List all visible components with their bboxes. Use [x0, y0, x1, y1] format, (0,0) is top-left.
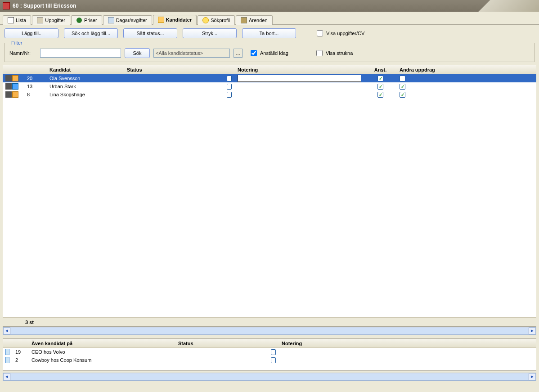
bottom-hscroll[interactable]: ◄ ►: [3, 373, 536, 381]
tab-label: Kandidater: [166, 17, 192, 23]
set-status-button[interactable]: Sätt status...: [123, 28, 177, 38]
case-icon: [241, 17, 247, 23]
person-icon: [12, 83, 18, 90]
row-checkbox[interactable]: [271, 349, 276, 355]
tab-label: Uppgifter: [45, 18, 65, 23]
col-icons[interactable]: [3, 65, 24, 74]
cell-name: Ola Svensson: [47, 74, 124, 82]
toolbar: Lägg till.. Sök och lägg till... Sätt st…: [0, 25, 539, 40]
document-icon: [5, 349, 9, 355]
col-nr[interactable]: [24, 65, 47, 74]
bcol-name[interactable]: Även kandidat på: [29, 339, 175, 347]
bcol-nr[interactable]: [13, 339, 29, 347]
bottom-grid-body[interactable]: 19CEO hos Volvo2Cowboy hos Coop Konsum: [3, 348, 536, 370]
grid-header: Kandidat Status Notering Anst. Andra upp…: [3, 65, 536, 74]
show-cv-checkbox[interactable]: Visa uppgifter/CV: [315, 29, 364, 38]
row-checkbox[interactable]: [227, 76, 232, 81]
cell-notering[interactable]: [235, 90, 364, 99]
cell-notering: [279, 356, 414, 364]
name-input[interactable]: [40, 49, 121, 58]
row-checkbox[interactable]: [227, 92, 232, 98]
cell-nr: 2: [13, 356, 29, 364]
andra-checkbox[interactable]: [400, 84, 405, 90]
table-row[interactable]: 8Lina Skogshage: [3, 90, 536, 99]
table-row[interactable]: 19CEO hos Volvo: [3, 348, 536, 356]
search-button[interactable]: Sök: [125, 48, 150, 58]
table-row[interactable]: 2Cowboy hos Coop Konsum: [3, 356, 536, 364]
filter-legend: Filter: [9, 40, 24, 45]
employed-today-input[interactable]: [251, 50, 257, 56]
calendar-icon: [108, 17, 114, 23]
status-filter-display[interactable]: <Alla kandidatstatus>: [153, 49, 230, 58]
tasks-icon: [37, 17, 43, 23]
document-icon: [5, 357, 9, 363]
cell-name: Lina Skogshage: [47, 90, 124, 99]
name-label: Namn/Nr:: [9, 50, 36, 56]
col-status[interactable]: Status: [124, 65, 224, 74]
cell-notering[interactable]: [235, 74, 364, 82]
tab-uppgifter[interactable]: Uppgifter: [32, 15, 70, 25]
search-add-button[interactable]: Sök och lägg till...: [64, 28, 118, 38]
employed-today-checkbox[interactable]: Anställd idag: [249, 49, 288, 58]
show-cv-input[interactable]: [317, 30, 323, 36]
col-anst[interactable]: Anst.: [364, 65, 397, 74]
andra-checkbox[interactable]: [400, 76, 405, 81]
scroll-left-icon[interactable]: ◄: [3, 373, 10, 380]
bulb-icon: [202, 17, 209, 23]
tab-lista[interactable]: Lista: [3, 15, 31, 25]
status-filter-browse[interactable]: ...: [234, 49, 243, 58]
tab-dagar[interactable]: Dagar/avgifter: [103, 15, 152, 25]
show-struck-checkbox[interactable]: Visa strukna: [314, 49, 353, 58]
tab-priser[interactable]: Priser: [71, 15, 102, 25]
list-icon: [8, 17, 14, 23]
grid-body[interactable]: 20Ola Svensson13Urban Stark8Lina Skogsha…: [3, 74, 536, 317]
row-checkbox[interactable]: [271, 357, 276, 363]
camera-icon: [5, 83, 12, 90]
scroll-left-icon[interactable]: ◄: [3, 327, 10, 334]
table-row[interactable]: 13Urban Stark: [3, 82, 536, 90]
window-title: 60 : Support till Ericsson: [13, 3, 76, 9]
col-andra[interactable]: Andra uppdrag: [397, 65, 523, 74]
scroll-right-icon[interactable]: ►: [529, 327, 536, 334]
also-candidate-grid: Även kandidat på Status Notering 19CEO h…: [3, 338, 536, 371]
bcol-chk[interactable]: [268, 339, 279, 347]
add-button[interactable]: Lägg till..: [4, 28, 58, 38]
status-filter-text: <Alla kandidatstatus>: [156, 50, 203, 56]
tab-kandidater[interactable]: Kandidater: [153, 15, 197, 25]
row-checkbox[interactable]: [227, 84, 232, 90]
camera-icon: [5, 75, 12, 81]
grid-footer: 3 st: [3, 317, 536, 326]
tab-sokprofil[interactable]: Sökprofil: [198, 15, 235, 25]
andra-checkbox[interactable]: [400, 92, 405, 98]
money-icon: [76, 17, 82, 23]
scroll-track[interactable]: [11, 374, 528, 380]
tab-arenden[interactable]: Ärenden: [236, 15, 273, 25]
show-struck-input[interactable]: [316, 50, 323, 56]
remove-button[interactable]: Ta bort...: [242, 28, 296, 38]
bcol-notering[interactable]: Notering: [279, 339, 414, 347]
col-check[interactable]: [224, 65, 235, 74]
bcol-icon[interactable]: [3, 339, 13, 347]
tab-label: Lista: [16, 18, 26, 23]
person-icon: [12, 75, 18, 81]
table-row[interactable]: 20Ola Svensson: [3, 74, 536, 82]
anst-checkbox[interactable]: [377, 84, 383, 90]
grid-hscroll[interactable]: ◄ ►: [3, 327, 536, 335]
show-struck-label: Visa strukna: [326, 50, 353, 56]
candidates-icon: [158, 17, 164, 23]
col-kandidat[interactable]: Kandidat: [47, 65, 124, 74]
anst-checkbox[interactable]: [377, 92, 383, 98]
tab-label: Sökprofil: [211, 18, 230, 23]
svg-point-0: [76, 18, 82, 23]
cell-notering[interactable]: [235, 82, 364, 90]
notering-input[interactable]: [238, 75, 361, 82]
strike-button[interactable]: Stryk...: [183, 28, 237, 38]
scroll-track[interactable]: [11, 328, 528, 334]
bcol-status[interactable]: Status: [175, 339, 268, 347]
scroll-right-icon[interactable]: ►: [529, 373, 536, 380]
tab-label: Dagar/avgifter: [116, 18, 147, 23]
cell-name: CEO hos Volvo: [29, 348, 175, 356]
cell-nr: 13: [24, 82, 47, 90]
anst-checkbox[interactable]: [377, 76, 383, 81]
col-notering[interactable]: Notering: [235, 65, 364, 74]
